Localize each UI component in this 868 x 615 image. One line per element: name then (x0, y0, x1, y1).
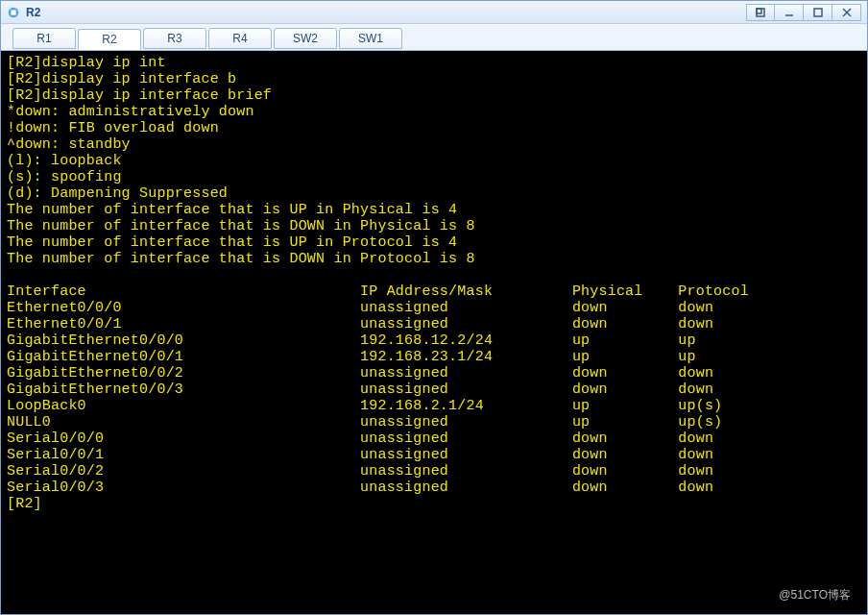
svg-rect-1 (11, 10, 15, 14)
svg-rect-3 (757, 9, 761, 13)
svg-rect-5 (814, 9, 822, 16)
title-bar[interactable]: R2 (1, 1, 867, 24)
tab-r2[interactable]: R2 (78, 29, 141, 50)
tab-r4[interactable]: R4 (208, 28, 272, 49)
window-controls (746, 4, 861, 21)
tab-bar: R1R2R3R4SW2SW1 (1, 24, 867, 51)
terminal-output[interactable]: [R2]display ip int [R2]display ip interf… (1, 51, 867, 614)
pin-button[interactable] (746, 4, 775, 21)
tab-sw2[interactable]: SW2 (274, 28, 337, 49)
minimize-button[interactable] (775, 4, 804, 21)
window-title: R2 (26, 6, 40, 19)
app-icon (7, 6, 20, 19)
close-button[interactable] (832, 4, 861, 21)
tab-r3[interactable]: R3 (143, 28, 206, 49)
tab-r1[interactable]: R1 (12, 28, 76, 49)
tab-sw1[interactable]: SW1 (339, 28, 402, 49)
svg-rect-2 (757, 9, 764, 16)
maximize-button[interactable] (804, 4, 832, 21)
watermark: @51CTO博客 (779, 587, 851, 603)
app-window: R2 R1R2R3R4SW2SW1 [R2]display ip int [R2… (0, 0, 868, 615)
